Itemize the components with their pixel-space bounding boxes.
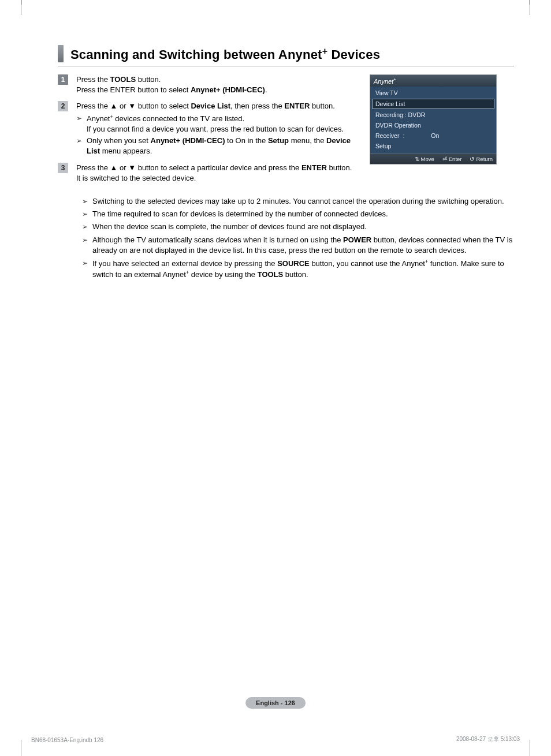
note-text: If you have selected an external device … [92, 258, 521, 280]
arrow-icon: ➢ [82, 235, 92, 256]
print-meta-right: 2008-08-27 오후 5:13:03 [456, 735, 520, 743]
notes-wrap: ➢Switching to the selected devices may t… [58, 196, 514, 280]
crop-mark [520, 5, 530, 15]
return-icon: ↺ [470, 156, 474, 162]
osd-hint-enter-label: Enter [449, 156, 462, 162]
osd-item-colon: : [403, 132, 404, 139]
step-number-label: 1 [58, 74, 68, 85]
osd-item-label: Recording : DVDR [375, 111, 425, 118]
arrow-icon: ➢ [76, 136, 87, 156]
print-meta-left: BN68-01653A-Eng.indb 126 [31, 737, 103, 743]
arrow-icon: ➢ [82, 222, 92, 232]
title-text-a: Scanning and Switching between Anynet [70, 47, 322, 62]
osd-menu: Anynet+ View TVDevice ListRecording : DV… [370, 74, 497, 164]
arrow-icon: ➢ [82, 196, 92, 207]
osd-hint-return-label: Return [476, 156, 493, 162]
osd-item[interactable]: Setup [372, 141, 494, 151]
note-item: ➢Although the TV automatically scans dev… [82, 235, 521, 256]
updown-icon: ⇅ [415, 156, 419, 162]
step-number: 3 [58, 163, 70, 184]
osd-frame: Anynet+ View TVDevice ListRecording : DV… [370, 74, 497, 164]
osd-brand: Anynet+ [370, 75, 496, 87]
osd-list: View TVDevice ListRecording : DVDRDVDR O… [370, 87, 496, 154]
step-number-label: 2 [58, 101, 68, 111]
osd-item[interactable]: Recording : DVDR [372, 110, 494, 120]
note-text: Although the TV automatically scans devi… [92, 235, 521, 256]
step-number: 1 [58, 74, 70, 95]
step: 1Press the TOOLS button.Press the ENTER … [58, 74, 358, 95]
arrow-icon: ➢ [82, 258, 92, 280]
title-row: Scanning and Switching between Anynet+ D… [58, 45, 514, 62]
osd-item[interactable]: Receiver:On [372, 130, 494, 141]
osd-hint-move: ⇅Move [415, 156, 434, 162]
enter-icon: ⏎ [442, 156, 447, 162]
note-text: When the device scan is complete, the nu… [92, 222, 521, 232]
step-sub-item: ➢Anynet+ devices connected to the TV are… [76, 113, 358, 135]
step-text: Press the ▲ or ▼ button to select a part… [76, 163, 358, 184]
arrow-icon: ➢ [76, 113, 87, 135]
note-item: ➢When the device scan is complete, the n… [82, 222, 521, 232]
body: 1Press the TOOLS button.Press the ENTER … [58, 74, 514, 280]
osd-item-value: On [431, 132, 439, 139]
step-number: 2 [58, 101, 70, 156]
step-sub-text: Only when you set Anynet+ (HDMI-CEC) to … [87, 136, 358, 156]
step-text: Press the ▲ or ▼ button to select Device… [76, 101, 358, 156]
step-sublist: ➢Anynet+ devices connected to the TV are… [76, 113, 358, 157]
content-area: Scanning and Switching between Anynet+ D… [58, 45, 514, 283]
osd-hint-enter: ⏎Enter [442, 156, 462, 162]
osd-item-label: View TV [375, 89, 398, 96]
osd-brand-text: Anynet [374, 78, 393, 85]
note-item: ➢If you have selected an external device… [82, 258, 521, 280]
step-text: Press the TOOLS button.Press the ENTER b… [76, 74, 267, 95]
title-divider [58, 66, 514, 66]
crop-mark [520, 729, 530, 740]
step-sub-item: ➢Only when you set Anynet+ (HDMI-CEC) to… [76, 136, 358, 156]
osd-item[interactable]: View TV [372, 88, 494, 98]
note-text: Switching to the selected devices may ta… [92, 196, 521, 207]
osd-item[interactable]: DVDR Operation [372, 120, 494, 130]
note-text: The time required to scan for devices is… [92, 209, 521, 219]
plus-icon: + [322, 46, 328, 56]
osd-item-label: Receiver [375, 132, 399, 139]
page-title: Scanning and Switching between Anynet+ D… [70, 46, 380, 62]
osd-hint-move-label: Move [421, 156, 434, 162]
step: 2Press the ▲ or ▼ button to select Devic… [58, 101, 358, 156]
osd-hint-return: ↺Return [470, 156, 493, 162]
title-text-b: Devices [327, 47, 380, 62]
osd-item-label: Setup [375, 143, 391, 149]
osd-item[interactable]: Device List [372, 99, 494, 109]
osd-item-label: DVDR Operation [375, 122, 421, 129]
plus-icon: + [393, 77, 396, 82]
notes: ➢Switching to the selected devices may t… [82, 196, 521, 280]
steps: 1Press the TOOLS button.Press the ENTER … [58, 74, 358, 184]
step-sub-text: Anynet+ devices connected to the TV are … [87, 113, 358, 135]
page-number-pill: English - 126 [245, 697, 306, 709]
arrow-icon: ➢ [82, 209, 92, 219]
crop-mark [21, 729, 31, 740]
title-accent-bar [58, 45, 64, 62]
crop-mark [21, 5, 31, 15]
osd-footer: ⇅Move ⏎Enter ↺Return [370, 154, 496, 164]
step-number-label: 3 [58, 163, 68, 173]
page: Scanning and Switching between Anynet+ D… [0, 0, 551, 756]
note-item: ➢The time required to scan for devices i… [82, 209, 521, 219]
note-item: ➢Switching to the selected devices may t… [82, 196, 521, 207]
osd-item-label: Device List [375, 100, 405, 107]
step: 3Press the ▲ or ▼ button to select a par… [58, 163, 358, 184]
